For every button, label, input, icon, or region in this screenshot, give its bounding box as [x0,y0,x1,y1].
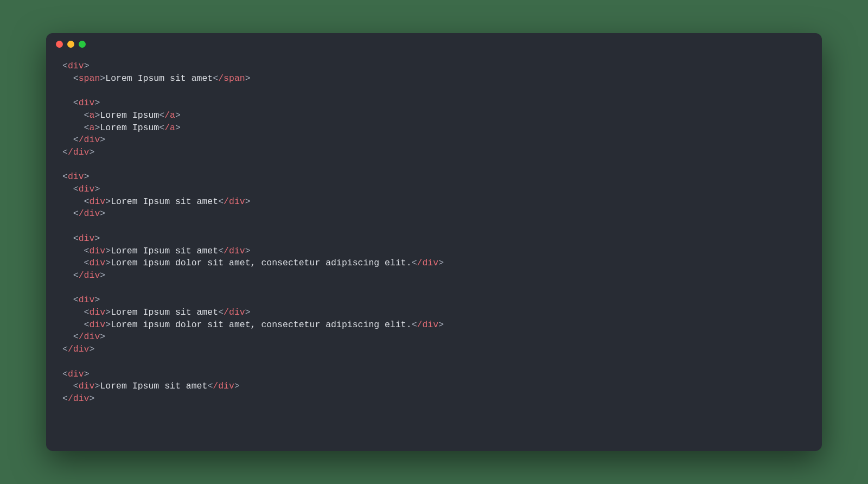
bracket: < [159,123,164,133]
text-content: Lorem ipsum dolor sit amet, consectetur … [111,258,412,268]
tag-div: div [79,98,95,108]
bracket: > [94,381,100,391]
bracket: < [207,381,213,391]
bracket: > [100,332,105,342]
bracket: < [62,171,68,182]
tag-div: div [68,369,84,379]
bracket: > [100,208,105,219]
tag-div: div [68,61,84,71]
tag-span: span [79,73,100,84]
tag-div-close: /div [68,147,90,157]
tag-div-close: /div [68,344,90,354]
bracket: < [73,295,79,305]
text-content: Lorem Ipsum sit amet [111,246,218,256]
bracket: > [105,246,111,256]
bracket: < [412,258,417,268]
bracket: > [105,196,111,207]
text-content: Lorem Ipsum sit amet [105,73,213,84]
minimize-button[interactable] [67,41,74,48]
bracket: > [84,369,90,379]
bracket: < [62,393,68,404]
bracket: > [100,135,105,145]
bracket: > [245,196,251,207]
bracket: < [73,381,79,391]
bracket: > [245,73,251,84]
bracket: < [73,184,79,194]
code-content[interactable]: <div> <span>Lorem Ipsum sit amet</span> … [46,55,822,416]
close-button[interactable] [56,41,63,48]
tag-div-close: /div [224,307,245,317]
bracket: > [175,110,181,120]
bracket: > [234,381,240,391]
bracket: > [94,233,100,244]
bracket: > [84,171,90,182]
tag-div: div [90,246,106,256]
bracket: < [62,147,68,157]
tag-div-close: /div [417,258,439,268]
text-content: Lorem Ipsum sit amet [100,381,207,391]
bracket: > [438,320,444,330]
bracket: > [94,123,100,133]
window-titlebar [46,33,822,55]
bracket: < [218,246,224,256]
bracket: < [213,73,218,84]
tag-div: div [90,258,106,268]
bracket: > [90,344,95,354]
bracket: > [105,258,111,268]
bracket: > [94,184,100,194]
bracket: > [245,246,251,256]
bracket: < [62,369,68,379]
bracket: < [62,61,68,71]
bracket: < [159,110,164,120]
text-content: Lorem Ipsum [100,123,159,133]
tag-div: div [79,233,95,244]
tag-a: a [90,110,95,120]
tag-div-close: /div [79,332,100,342]
bracket: > [100,270,105,281]
tag-a: a [90,123,95,133]
tag-div-close: /div [79,270,100,281]
tag-a-close: /a [164,110,175,120]
bracket: < [218,196,224,207]
tag-span-close: /span [218,73,245,84]
tag-a-close: /a [164,123,175,133]
tag-div-close: /div [68,393,90,404]
bracket: > [90,147,95,157]
bracket: < [84,110,90,120]
tag-div: div [90,320,106,330]
maximize-button[interactable] [79,41,86,48]
bracket: > [94,110,100,120]
text-content: Lorem Ipsum sit amet [111,307,218,317]
bracket: < [84,307,90,317]
bracket: < [84,123,90,133]
bracket: > [245,307,251,317]
bracket: < [84,258,90,268]
tag-div: div [79,381,95,391]
bracket: < [218,307,224,317]
bracket: < [73,98,79,108]
text-content: Lorem ipsum dolor sit amet, consectetur … [111,320,412,330]
bracket: > [94,295,100,305]
text-content: Lorem Ipsum [100,110,159,120]
bracket: < [84,196,90,207]
tag-div: div [90,196,106,207]
bracket: < [73,270,79,281]
text-content: Lorem Ipsum sit amet [111,196,218,207]
bracket: > [94,98,100,108]
bracket: < [84,320,90,330]
bracket: < [73,332,79,342]
tag-div-close: /div [79,208,100,219]
bracket: < [62,344,68,354]
code-editor-window: <div> <span>Lorem Ipsum sit amet</span> … [46,33,822,451]
bracket: > [105,320,111,330]
bracket: > [175,123,181,133]
bracket: > [84,61,90,71]
bracket: > [90,393,95,404]
bracket: < [73,208,79,219]
tag-div: div [68,171,84,182]
tag-div-close: /div [213,381,234,391]
bracket: < [73,135,79,145]
tag-div-close: /div [224,196,245,207]
bracket: < [73,233,79,244]
bracket: > [100,73,105,84]
